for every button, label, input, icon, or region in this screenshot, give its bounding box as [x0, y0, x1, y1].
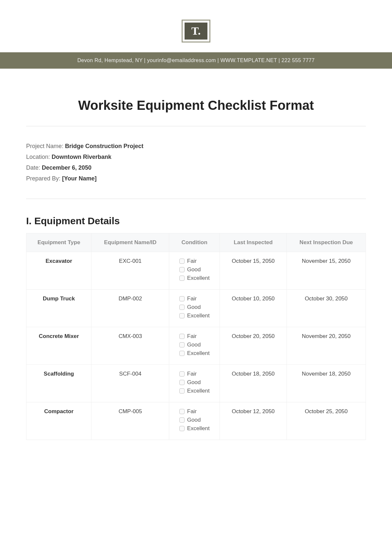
checkbox-icon[interactable] — [179, 371, 185, 377]
checkbox-icon[interactable] — [179, 267, 185, 272]
page-title: Worksite Equipment Checklist Format — [26, 98, 366, 113]
condition-label: Fair — [187, 258, 197, 264]
section-title: I. Equipment Details — [26, 215, 366, 227]
logo-frame: T. — [182, 20, 210, 42]
condition-option[interactable]: Excellent — [179, 275, 210, 281]
cell-last-inspected: October 12, 2050 — [220, 402, 287, 440]
condition-option[interactable]: Good — [179, 379, 210, 386]
cell-type: Dump Truck — [26, 290, 91, 327]
condition-option[interactable]: Good — [179, 266, 210, 273]
condition-option[interactable]: Excellent — [179, 425, 210, 432]
meta-prepared: Prepared By: [Your Name] — [26, 175, 366, 182]
cell-id: CMP-005 — [91, 402, 169, 440]
meta-date-label: Date: — [26, 164, 42, 171]
condition-label: Fair — [187, 371, 197, 377]
cell-next-inspection: October 30, 2050 — [287, 290, 366, 327]
checkbox-icon[interactable] — [179, 388, 185, 394]
document-body: Worksite Equipment Checklist Format Proj… — [0, 98, 392, 440]
meta-location-value: Downtown Riverbank — [52, 154, 111, 160]
checkbox-icon[interactable] — [179, 334, 185, 339]
checkbox-icon[interactable] — [179, 342, 185, 347]
divider — [26, 198, 366, 199]
col-type: Equipment Type — [26, 233, 91, 252]
checkbox-icon[interactable] — [179, 409, 185, 414]
col-next: Next Inspection Due — [287, 233, 366, 252]
cell-condition: FairGoodExcellent — [169, 327, 220, 365]
condition-label: Good — [187, 417, 201, 423]
cell-condition: FairGoodExcellent — [169, 365, 220, 402]
cell-last-inspected: October 10, 2050 — [220, 290, 287, 327]
meta-date: Date: December 6, 2050 — [26, 164, 366, 171]
logo-icon: T. — [185, 23, 207, 40]
cell-type: Compactor — [26, 402, 91, 440]
table-row: ScaffoldingSCF-004FairGoodExcellentOctob… — [26, 365, 366, 402]
cell-next-inspection: October 25, 2050 — [287, 402, 366, 440]
cell-type: Concrete Mixer — [26, 327, 91, 365]
cell-last-inspected: October 15, 2050 — [220, 252, 287, 290]
checkbox-icon[interactable] — [179, 313, 185, 318]
checkbox-icon[interactable] — [179, 259, 185, 264]
condition-label: Fair — [187, 295, 197, 302]
condition-option[interactable]: Fair — [179, 333, 210, 340]
col-last: Last Inspected — [220, 233, 287, 252]
meta-location-label: Location: — [26, 154, 52, 160]
condition-option[interactable]: Good — [179, 342, 210, 348]
cell-next-inspection: November 15, 2050 — [287, 252, 366, 290]
cell-last-inspected: October 20, 2050 — [220, 327, 287, 365]
project-meta: Project Name: Bridge Construction Projec… — [26, 143, 366, 182]
condition-option[interactable]: Fair — [179, 295, 210, 302]
meta-project-value: Bridge Construction Project — [65, 143, 143, 149]
cell-condition: FairGoodExcellent — [169, 252, 220, 290]
meta-prepared-value: [Your Name] — [62, 175, 97, 182]
table-row: Concrete MixerCMX-003FairGoodExcellentOc… — [26, 327, 366, 365]
equipment-table: Equipment Type Equipment Name/ID Conditi… — [26, 233, 366, 440]
condition-option[interactable]: Good — [179, 417, 210, 423]
col-id: Equipment Name/ID — [91, 233, 169, 252]
condition-option[interactable]: Excellent — [179, 350, 210, 357]
logo-area: T. — [0, 0, 392, 52]
condition-label: Excellent — [187, 350, 210, 357]
table-header-row: Equipment Type Equipment Name/ID Conditi… — [26, 233, 366, 252]
cell-id: DMP-002 — [91, 290, 169, 327]
cell-id: EXC-001 — [91, 252, 169, 290]
table-row: CompactorCMP-005FairGoodExcellentOctober… — [26, 402, 366, 440]
condition-option[interactable]: Fair — [179, 258, 210, 264]
condition-option[interactable]: Fair — [179, 371, 210, 377]
condition-option[interactable]: Good — [179, 304, 210, 311]
condition-option[interactable]: Excellent — [179, 388, 210, 394]
checkbox-icon[interactable] — [179, 417, 185, 423]
cell-next-inspection: November 20, 2050 — [287, 327, 366, 365]
cell-id: CMX-003 — [91, 327, 169, 365]
table-row: Dump TruckDMP-002FairGoodExcellentOctobe… — [26, 290, 366, 327]
divider — [26, 126, 366, 126]
meta-location: Location: Downtown Riverbank — [26, 154, 366, 160]
condition-label: Excellent — [187, 275, 210, 281]
checkbox-icon[interactable] — [179, 276, 185, 281]
checkbox-icon[interactable] — [179, 426, 185, 431]
condition-label: Fair — [187, 333, 197, 340]
meta-project-label: Project Name: — [26, 143, 65, 149]
cell-id: SCF-004 — [91, 365, 169, 402]
cell-type: Excavator — [26, 252, 91, 290]
meta-prepared-label: Prepared By: — [26, 175, 62, 182]
checkbox-icon[interactable] — [179, 305, 185, 310]
checkbox-icon[interactable] — [179, 351, 185, 356]
cell-condition: FairGoodExcellent — [169, 402, 220, 440]
cell-next-inspection: November 18, 2050 — [287, 365, 366, 402]
meta-date-value: December 6, 2050 — [42, 164, 91, 171]
condition-option[interactable]: Excellent — [179, 312, 210, 319]
cell-condition: FairGoodExcellent — [169, 290, 220, 327]
condition-label: Good — [187, 304, 201, 311]
checkbox-icon[interactable] — [179, 296, 185, 301]
cell-last-inspected: October 18, 2050 — [220, 365, 287, 402]
meta-project: Project Name: Bridge Construction Projec… — [26, 143, 366, 150]
condition-label: Excellent — [187, 312, 210, 319]
condition-label: Good — [187, 266, 201, 273]
condition-label: Excellent — [187, 425, 210, 432]
cell-type: Scaffolding — [26, 365, 91, 402]
condition-option[interactable]: Fair — [179, 408, 210, 415]
col-condition: Condition — [169, 233, 220, 252]
condition-label: Good — [187, 342, 201, 348]
checkbox-icon[interactable] — [179, 380, 185, 385]
contact-banner: Devon Rd, Hempstead, NY | yourinfo@email… — [0, 52, 392, 69]
